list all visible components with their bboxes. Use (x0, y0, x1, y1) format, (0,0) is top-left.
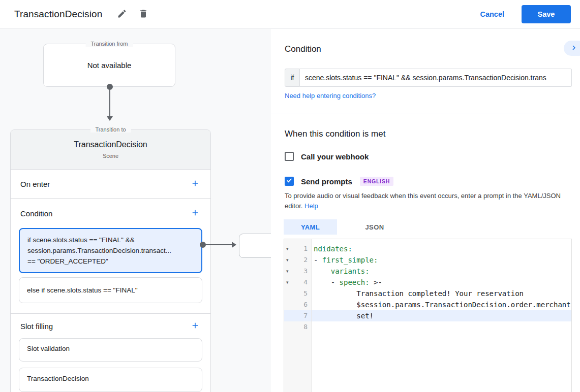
line-number: 5 (292, 288, 311, 299)
chevron-right-icon (569, 43, 578, 54)
scene-card-header[interactable]: TransactionDecision Scene (11, 130, 210, 170)
code-line[interactable]: ▾4 - speech: >- (284, 277, 571, 288)
send-prompts-checkbox[interactable] (285, 177, 294, 186)
code-text: ndidates: (312, 243, 571, 254)
line-number: 8 (292, 321, 311, 333)
plus-icon (191, 179, 200, 189)
connector-line-horizontal (203, 244, 232, 245)
panel-title: Condition (285, 44, 321, 54)
code-line[interactable]: ▾1ndidates: (284, 243, 571, 254)
on-enter-label: On enter (20, 180, 50, 188)
code-text (312, 321, 571, 333)
condition-line: session.params.TransactionDecision.trans… (27, 245, 194, 256)
page-title: TransactionDecision (14, 9, 102, 20)
transition-target-box[interactable] (239, 234, 271, 258)
transition-from-legend: Transition from (86, 41, 133, 47)
line-number: 4 (292, 277, 311, 288)
code-line[interactable]: 8 (284, 321, 571, 333)
condition-section-label: Condition (20, 209, 52, 218)
help-link[interactable]: Help (304, 202, 318, 210)
line-number: 1 (292, 243, 311, 254)
code-editor[interactable]: ▾1ndidates:▾2- first_simple:▾3 variants:… (284, 239, 572, 392)
delete-button[interactable] (137, 8, 150, 21)
fold-arrow-icon[interactable]: ▾ (284, 254, 292, 266)
code-text: Transaction completed! Your reservation (312, 288, 571, 299)
slot-item[interactable]: Slot validation (19, 338, 202, 362)
condition-panel: Condition if Need help entering conditio… (271, 29, 580, 392)
line-number: 3 (292, 266, 311, 277)
send-prompts-label: Send prompts (301, 177, 352, 186)
tab-yaml[interactable]: YAML (284, 219, 337, 235)
call-webhook-label: Call your webhook (301, 152, 369, 161)
add-slot-button[interactable] (189, 320, 201, 332)
condition-line: if scene.slots.status == "FINAL" && (27, 235, 194, 245)
top-bar: TransactionDecision Cancel Save (0, 0, 580, 29)
description-text: editor. (285, 202, 302, 210)
pencil-icon (117, 9, 127, 20)
edit-button[interactable] (115, 8, 129, 21)
arrow-down-icon (107, 116, 113, 121)
line-number: 2 (292, 254, 311, 266)
fold-arrow-icon[interactable]: ▾ (284, 277, 292, 288)
arrow-right-icon (232, 242, 236, 248)
condition-item-else[interactable]: else if scene.slots.status == "FINAL" (19, 277, 202, 303)
call-webhook-checkbox[interactable] (285, 152, 294, 161)
transition-from-box[interactable]: Transition from Not available (43, 44, 175, 87)
code-line[interactable]: 6 $session.params.TransactionDecision.or… (284, 299, 571, 310)
when-condition-title: When this condition is met (285, 129, 385, 139)
on-enter-section: On enter (11, 170, 210, 199)
line-number: 6 (292, 299, 311, 310)
code-line[interactable]: 5 Transaction completed! Your reservatio… (284, 288, 571, 299)
collapse-panel-button[interactable] (564, 41, 580, 56)
code-line[interactable]: ▾3 variants: (284, 266, 571, 277)
trash-icon (138, 9, 148, 20)
code-text: - speech: >- (312, 277, 571, 288)
condition-input-group: if (285, 69, 572, 87)
fold-arrow-icon[interactable]: ▾ (284, 243, 292, 254)
editor-tabs: YAML JSON (284, 219, 412, 235)
condition-line: else if scene.slots.status == "FINAL" (27, 285, 194, 296)
transition-from-value: Not available (44, 44, 175, 86)
plus-icon (191, 208, 200, 219)
scene-diagram: Transition from Not available Transition… (0, 29, 271, 392)
description-text: To provide audio or visual feedback when… (285, 192, 561, 200)
condition-section: Condition if scene.slots.status == "FINA… (11, 199, 210, 314)
code-text: $session.params.TransactionDecision.orde… (312, 299, 571, 310)
slot-filling-label: Slot filling (20, 322, 53, 331)
language-badge: ENGLISH (360, 177, 393, 186)
condition-item-selected[interactable]: if scene.slots.status == "FINAL" && sess… (19, 228, 202, 273)
prompt-description: To provide audio or visual feedback when… (285, 191, 561, 211)
code-text: variants: (312, 266, 571, 277)
slot-filling-section: Slot filling (11, 314, 210, 338)
fold-arrow-icon[interactable]: ▾ (284, 266, 292, 277)
cancel-button[interactable]: Cancel (480, 10, 504, 18)
connector-line-vertical (109, 87, 110, 116)
line-number: 7 (292, 310, 311, 321)
condition-expression-input[interactable] (300, 69, 572, 87)
divider (271, 114, 580, 114)
condition-line: == "ORDER_ACCEPTED" (27, 256, 194, 267)
code-line[interactable]: ▾2- first_simple: (284, 254, 571, 266)
checkmark-icon (286, 177, 293, 186)
app-window: TransactionDecision Cancel Save Transiti… (0, 0, 580, 392)
transition-to-card: Transition to TransactionDecision Scene … (10, 129, 211, 392)
code-text: set! (312, 310, 571, 321)
slot-item[interactable]: TransactionDecision (19, 368, 202, 392)
code-line[interactable]: 7 set! (284, 310, 571, 321)
scene-name: TransactionDecision (11, 140, 210, 149)
transition-to-legend: Transition to (90, 126, 131, 133)
scene-type-label: Scene (11, 153, 210, 159)
code-text: - first_simple: (312, 254, 571, 266)
save-button[interactable]: Save (522, 5, 571, 23)
plus-icon (191, 321, 200, 332)
add-on-enter-button[interactable] (189, 178, 201, 190)
tab-json[interactable]: JSON (337, 219, 412, 235)
conditions-help-link[interactable]: Need help entering conditions? (285, 92, 376, 100)
if-prefix-label: if (285, 69, 300, 87)
add-condition-button[interactable] (189, 207, 201, 219)
